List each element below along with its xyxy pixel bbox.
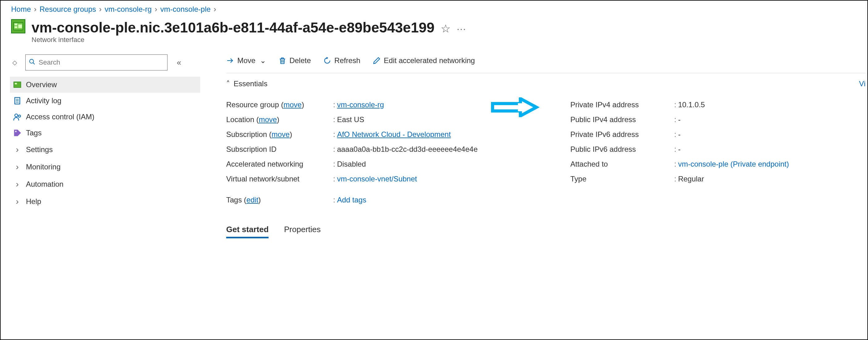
tags-icon [13, 129, 22, 137]
more-actions-icon[interactable]: ··· [457, 24, 466, 34]
breadcrumb-resource-groups[interactable]: Resource groups [39, 5, 96, 13]
subscription-id-value: aaaa0a0a-bb1b-cc2c-dd3d-eeeeee4e4e4e [337, 145, 478, 154]
private-ipv6-label: Private IPv6 address [570, 130, 673, 139]
svg-rect-3 [18, 24, 22, 28]
refresh-label: Refresh [334, 56, 360, 65]
sidebar-item-tags[interactable]: Tags [10, 125, 200, 141]
callout-arrow-icon [499, 97, 549, 207]
svg-rect-7 [15, 83, 17, 84]
subscription-id-label: Subscription ID [226, 145, 331, 154]
log-icon [13, 96, 22, 105]
private-ipv4-value: 10.1.0.5 [678, 100, 705, 109]
subscription-move-link[interactable]: move [272, 130, 290, 138]
network-interface-icon [11, 19, 25, 33]
sidebar-item-label: Overview [26, 80, 57, 89]
sidebar-item-label: Tags [26, 129, 42, 137]
resource-group-move-link[interactable]: move [283, 100, 302, 109]
chevron-right-icon: › [13, 196, 22, 207]
location-value: East US [337, 115, 364, 124]
chevron-right-icon: › [99, 5, 102, 13]
page-subtitle: Network interface [32, 36, 434, 44]
move-label: Move [237, 56, 255, 65]
search-input[interactable] [35, 58, 164, 66]
attached-to-link[interactable]: vm-console-ple (Private endpoint) [678, 160, 789, 168]
public-ipv6-value: - [678, 145, 680, 154]
tags-label: Tags (edit) [226, 196, 331, 204]
chevron-right-icon: › [13, 179, 22, 189]
sidebar-item-label: Monitoring [26, 162, 61, 171]
svg-point-4 [30, 59, 34, 63]
location-label: Location (move) [226, 115, 331, 124]
main-content: Move ⌄ Delete Refresh Edit accelerated n… [202, 53, 867, 246]
toolbar: Move ⌄ Delete Refresh Edit accelerated n… [226, 53, 867, 73]
sidebar-item-label: Access control (IAM) [26, 113, 94, 121]
sidebar-item-monitoring[interactable]: › Monitoring [10, 158, 200, 176]
svg-line-5 [33, 63, 35, 65]
sidebar-item-label: Settings [26, 145, 53, 154]
chevron-right-icon: › [34, 5, 36, 13]
subscription-label: Subscription (move) [226, 130, 331, 139]
svg-point-13 [15, 114, 18, 117]
chevron-right-icon: › [214, 5, 216, 13]
essentials-label: Essentials [234, 80, 267, 88]
svg-rect-19 [493, 103, 520, 111]
tab-properties[interactable]: Properties [284, 225, 321, 238]
sidebar-item-activity-log[interactable]: Activity log [10, 93, 200, 109]
private-ipv4-label: Private IPv4 address [570, 100, 673, 109]
chevron-up-icon: ˄ [226, 80, 230, 88]
sidebar-item-settings[interactable]: › Settings [10, 141, 200, 158]
edit-accelerated-networking-button[interactable]: Edit accelerated networking [373, 56, 475, 65]
chevron-right-icon: › [13, 145, 22, 155]
svg-rect-1 [14, 24, 17, 25]
tags-edit-link[interactable]: edit [246, 196, 258, 204]
svg-point-14 [19, 115, 21, 117]
vnet-subnet-label: Virtual network/subnet [226, 175, 331, 183]
tab-get-started[interactable]: Get started [226, 225, 269, 238]
nic-icon [13, 80, 22, 89]
accelerated-networking-label: Accelerated networking [226, 160, 331, 168]
svg-rect-6 [13, 82, 21, 88]
expand-collapse-icon[interactable]: ◇ [10, 59, 19, 66]
sidebar: ◇ « Overview Activity log Acce [7, 53, 202, 246]
vnet-subnet-link[interactable]: vm-console-vnet/Subnet [337, 175, 417, 183]
collapse-sidebar-icon[interactable]: « [174, 58, 184, 67]
essentials-toggle[interactable]: ˄ Essentials Vi [226, 73, 867, 97]
sidebar-item-access-control[interactable]: Access control (IAM) [10, 109, 200, 125]
search-icon [29, 58, 35, 66]
type-label: Type [570, 175, 673, 183]
content-tabs: Get started Properties [226, 217, 867, 246]
sidebar-item-label: Help [26, 197, 41, 206]
delete-label: Delete [289, 56, 311, 65]
page-title: vm-console-ple.nic.3e101a6b-e811-44af-a5… [32, 19, 434, 36]
chevron-right-icon: › [13, 162, 22, 172]
attached-to-label: Attached to [570, 160, 673, 168]
edit-accel-label: Edit accelerated networking [384, 56, 475, 65]
delete-button[interactable]: Delete [278, 56, 311, 65]
add-tags-link[interactable]: Add tags [337, 196, 367, 204]
public-ipv4-label: Public IPv4 address [570, 115, 673, 124]
sidebar-item-overview[interactable]: Overview [10, 76, 200, 93]
sidebar-search[interactable] [25, 54, 167, 70]
accelerated-networking-value: Disabled [337, 160, 366, 168]
essentials-view-cut[interactable]: Vi [859, 80, 867, 88]
svg-rect-2 [14, 26, 17, 28]
private-ipv6-value: - [678, 130, 680, 139]
sidebar-item-automation[interactable]: › Automation [10, 176, 200, 193]
refresh-button[interactable]: Refresh [323, 56, 360, 65]
subscription-link[interactable]: AfO Network Cloud - Development [337, 130, 451, 139]
sidebar-item-help[interactable]: › Help [10, 193, 200, 210]
move-button[interactable]: Move ⌄ [226, 56, 266, 65]
breadcrumb-home[interactable]: Home [11, 5, 31, 13]
resource-group-link[interactable]: vm-console-rg [337, 100, 384, 109]
breadcrumb-rg[interactable]: vm-console-rg [105, 5, 152, 13]
favorite-star-icon[interactable]: ☆ [441, 22, 451, 35]
location-move-link[interactable]: move [259, 115, 277, 124]
sidebar-item-label: Automation [26, 180, 63, 189]
public-ipv6-label: Public IPv6 address [570, 145, 673, 154]
iam-icon [13, 113, 22, 121]
type-value: Regular [678, 175, 704, 183]
sidebar-item-label: Activity log [26, 96, 61, 105]
breadcrumb: Home › Resource groups › vm-console-rg ›… [7, 4, 867, 19]
breadcrumb-resource[interactable]: vm-console-ple [160, 5, 211, 13]
resource-group-label: Resource group (move) [226, 100, 331, 109]
